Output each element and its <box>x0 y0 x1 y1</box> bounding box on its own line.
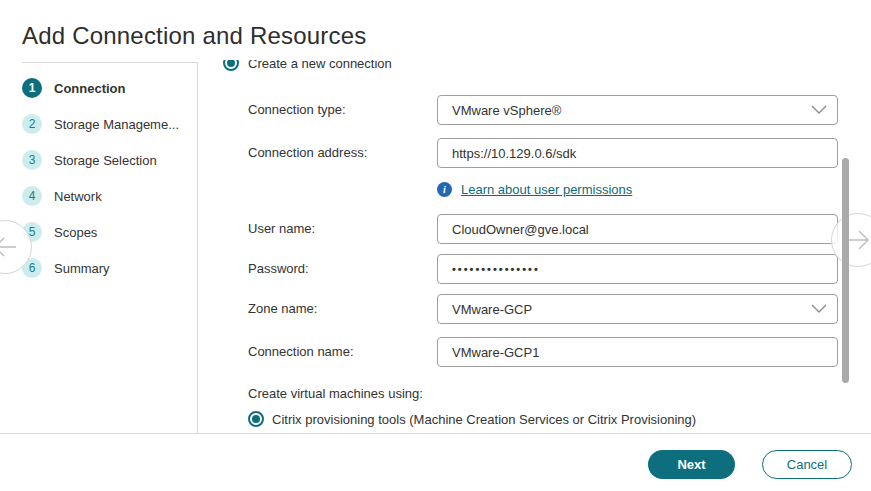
connection-type-value: VMware vSphere® <box>452 103 561 118</box>
connection-address-label: Connection address: <box>248 145 367 160</box>
zone-name-select[interactable]: VMware-GCP <box>437 294 838 324</box>
connection-type-label: Connection type: <box>248 102 346 117</box>
wizard-footer: Next Cancel <box>0 433 871 491</box>
step-number-badge: 1 <box>22 78 42 98</box>
page-title: Add Connection and Resources <box>22 22 366 50</box>
connection-name-label: Connection name: <box>248 344 354 359</box>
left-arrow-icon <box>0 234 18 260</box>
step-item-connection[interactable]: 1 Connection <box>22 78 126 98</box>
password-input[interactable] <box>437 254 838 284</box>
citrix-provisioning-radio[interactable]: Citrix provisioning tools (Machine Creat… <box>248 411 696 427</box>
sidebar-top-divider <box>22 62 197 63</box>
connection-name-input[interactable] <box>437 337 838 367</box>
next-button[interactable]: Next <box>648 450 735 479</box>
step-label: Storage Manageme... <box>54 117 179 132</box>
step-label: Connection <box>54 81 126 96</box>
user-name-label: User name: <box>248 221 315 236</box>
step-item-summary[interactable]: 6 Summary <box>22 258 110 278</box>
step-number-badge: 4 <box>22 186 42 206</box>
step-label: Network <box>54 189 102 204</box>
step-number-badge: 3 <box>22 150 42 170</box>
learn-permissions-link[interactable]: Learn about user permissions <box>461 182 632 197</box>
radio-selected-icon <box>248 411 264 427</box>
chevron-down-icon <box>811 105 827 115</box>
radio-selected-icon <box>223 60 239 71</box>
step-label: Scopes <box>54 225 97 240</box>
step-number-badge: 2 <box>22 114 42 134</box>
password-label: Password: <box>248 261 309 276</box>
radio-label: Create a new connection <box>248 60 392 71</box>
zone-name-label: Zone name: <box>248 301 317 316</box>
create-new-connection-radio[interactable]: Create a new connection <box>223 60 392 71</box>
step-label: Summary <box>54 261 110 276</box>
connection-address-input[interactable] <box>437 138 838 168</box>
chevron-down-icon <box>811 304 827 314</box>
step-label: Storage Selection <box>54 153 157 168</box>
permissions-info-row: i Learn about user permissions <box>437 182 632 197</box>
connection-form: Create a new connection Connection type:… <box>198 60 838 433</box>
step-item-storage-management[interactable]: 2 Storage Manageme... <box>22 114 179 134</box>
info-icon: i <box>437 182 452 197</box>
step-item-storage-selection[interactable]: 3 Storage Selection <box>22 150 157 170</box>
radio-label: Citrix provisioning tools (Machine Creat… <box>272 412 696 427</box>
vertical-scrollbar-thumb[interactable] <box>842 158 849 383</box>
zone-name-value: VMware-GCP <box>452 302 532 317</box>
connection-type-select[interactable]: VMware vSphere® <box>437 95 838 125</box>
step-item-scopes[interactable]: 5 Scopes <box>22 222 97 242</box>
user-name-input[interactable] <box>437 214 838 244</box>
step-item-network[interactable]: 4 Network <box>22 186 102 206</box>
create-vm-using-label: Create virtual machines using: <box>248 386 423 401</box>
cancel-button[interactable]: Cancel <box>762 450 852 479</box>
